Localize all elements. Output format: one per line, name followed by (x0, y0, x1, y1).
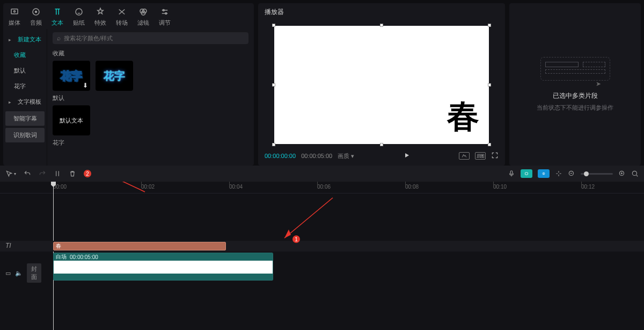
time-ruler[interactable]: 00:00 00:02 00:04 00:06 00:08 00:10 00:1… (0, 182, 644, 193)
clip-audiowave (54, 274, 273, 280)
zoom-fit-icon[interactable] (631, 170, 639, 177)
multi-select-illustration: ➤ (540, 57, 610, 81)
annotation-number-1: 1 (292, 235, 300, 243)
fullscreen-icon[interactable] (491, 152, 499, 160)
side-favorites[interactable]: 收藏 (5, 48, 45, 62)
tab-label: 滤镜 (137, 19, 149, 27)
side-lyrics[interactable]: 识别歌词 (5, 128, 45, 142)
section-huazi: 花字 (53, 139, 248, 147)
video-clip[interactable]: 白场 00:00:05:00 (53, 253, 273, 281)
resize-handle[interactable] (272, 24, 275, 27)
ruler-tick: 00:04 (229, 184, 243, 190)
badge-2: 2 (84, 170, 91, 177)
resize-handle[interactable] (272, 83, 275, 87)
tab-label: 转场 (116, 19, 128, 27)
ruler-tick: 00:06 (317, 184, 331, 190)
zoom-out-icon[interactable] (568, 170, 575, 177)
svg-point-1 (14, 11, 16, 12)
text-browser: ⌕ 收藏 花字 ⬇ 花字 默认 默 (47, 29, 254, 166)
svg-point-14 (632, 171, 636, 175)
ai-tool-1[interactable] (521, 169, 532, 178)
media-icon (9, 6, 20, 17)
magnet-icon[interactable] (555, 170, 562, 177)
huazi-preset-2[interactable]: 花字 (96, 61, 133, 91)
properties-panel: ➤ 已选中多类片段 当前状态下不能进行调参操作 (509, 3, 641, 166)
delete-button[interactable] (69, 170, 76, 177)
timecode-current: 00:00:00:00 (265, 153, 296, 159)
mic-icon[interactable] (508, 170, 515, 177)
lock-icon[interactable]: ▭ (5, 270, 11, 277)
tab-label: 特效 (94, 19, 106, 27)
resize-handle[interactable] (272, 143, 275, 146)
tab-label: 文本 (52, 19, 63, 27)
text-track-label: TI (5, 242, 38, 249)
resize-handle[interactable] (488, 24, 491, 27)
resize-handle[interactable] (488, 83, 491, 87)
props-title: 已选中多类片段 (553, 91, 598, 101)
ruler-tick: 00:02 (141, 184, 155, 190)
zoom-thumb[interactable] (584, 171, 589, 176)
side-smart-caption[interactable]: 智能字幕 (5, 111, 45, 126)
canvas-area[interactable]: 春 (258, 21, 505, 148)
side-default[interactable]: 默认 (5, 63, 45, 78)
tab-audio[interactable]: 音频 (30, 6, 42, 27)
quality-dropdown[interactable]: 画质 ▾ (338, 152, 354, 160)
ruler-tick: 00:10 (493, 184, 507, 190)
clip-label: 春 (56, 243, 61, 249)
side-huazi[interactable]: 花字 (5, 79, 45, 94)
section-favorites: 收藏 (53, 49, 248, 58)
tab-media[interactable]: 媒体 (9, 6, 20, 27)
audio-icon (31, 6, 41, 17)
svg-point-4 (76, 9, 82, 15)
compare-icon[interactable] (459, 152, 470, 160)
default-text-preset[interactable]: 默认文本 (53, 105, 90, 135)
tab-adjust[interactable]: 调节 (159, 6, 171, 27)
filter-icon (138, 6, 149, 17)
resize-handle[interactable] (380, 24, 383, 27)
text-sidebar: ▸新建文本 收藏 默认 花字 ▸文字模板 智能字幕 识别歌词 (3, 29, 47, 166)
zoom-in-icon[interactable] (618, 170, 626, 177)
tab-effect[interactable]: 特效 (94, 6, 106, 27)
player-controls: 00:00:00:00 00:00:05:00 画质 ▾ 原图 (258, 148, 505, 166)
undo-button[interactable] (24, 170, 31, 177)
svg-rect-10 (510, 171, 513, 174)
cursor-icon: ➤ (596, 80, 601, 88)
cover-button[interactable]: 封面 (27, 263, 41, 283)
chevron-right-icon: ▸ (9, 99, 11, 105)
preview-text[interactable]: 春 (447, 95, 479, 139)
search-input[interactable] (64, 35, 244, 41)
player-title: 播放器 (258, 3, 505, 21)
pointer-tool[interactable]: ▾ (5, 170, 16, 177)
tab-sticker[interactable]: 贴纸 (73, 6, 85, 27)
annotation-arrow-1 (274, 195, 338, 243)
zoom-slider[interactable] (581, 173, 613, 175)
ratio-button[interactable]: 原图 (475, 152, 486, 160)
transition-icon (116, 6, 127, 17)
mute-icon[interactable]: 🔈 (15, 270, 23, 277)
preview-canvas[interactable]: 春 (274, 26, 489, 144)
media-panel: 媒体 音频 文本 贴纸 特效 (3, 3, 254, 166)
huazi-preset-1[interactable]: 花字 ⬇ (53, 61, 90, 91)
ruler-tick: 00:08 (405, 184, 419, 190)
text-clip[interactable]: 春 (53, 242, 226, 250)
split-button[interactable] (54, 170, 61, 177)
tab-text[interactable]: 文本 (52, 6, 63, 27)
side-new-text[interactable]: ▸新建文本 (5, 32, 45, 47)
ai-tool-2[interactable] (538, 169, 550, 178)
play-button[interactable] (403, 152, 411, 160)
tab-filter[interactable]: 滤镜 (137, 6, 149, 27)
timeline[interactable]: 00:00 00:02 00:04 00:06 00:08 00:10 00:1… (0, 182, 644, 330)
svg-rect-0 (11, 9, 18, 14)
redo-button[interactable] (39, 170, 46, 177)
svg-point-3 (35, 11, 37, 13)
search-bar[interactable]: ⌕ (53, 32, 248, 44)
clip-thumbnail (54, 261, 273, 274)
resize-handle[interactable] (380, 143, 383, 146)
ruler-tick: 00:12 (581, 184, 595, 190)
tab-transition[interactable]: 转场 (116, 6, 128, 27)
search-icon: ⌕ (57, 34, 61, 42)
side-template[interactable]: ▸文字模板 (5, 95, 45, 109)
section-default: 默认 (53, 94, 248, 102)
resize-handle[interactable] (488, 143, 491, 146)
svg-line-17 (284, 198, 333, 238)
